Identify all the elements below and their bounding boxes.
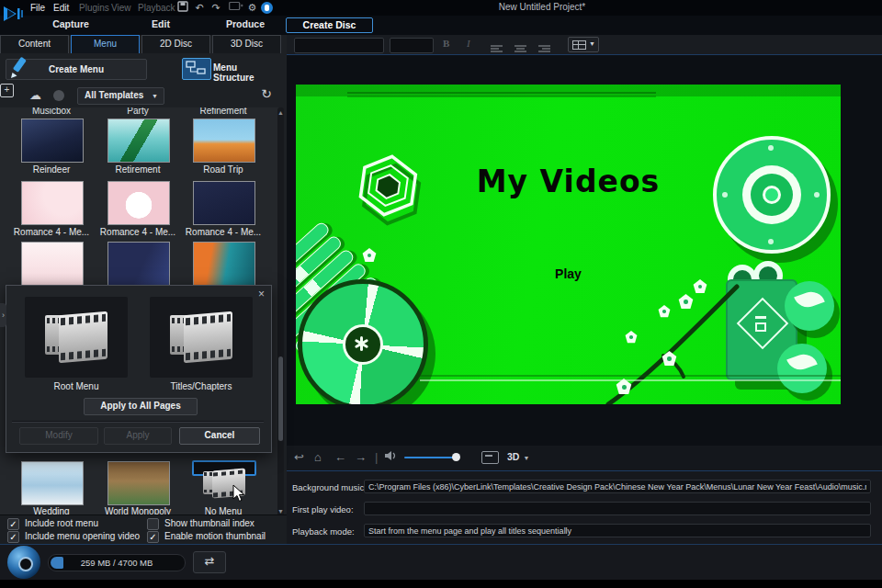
template-thumb-no-menu[interactable] <box>192 460 256 476</box>
scroll-down-icon[interactable]: ▼ <box>277 508 284 514</box>
menu-layout-button[interactable]: ▼ <box>568 37 599 52</box>
bold-button[interactable]: B <box>443 38 449 49</box>
redo-icon[interactable]: ↷ <box>209 1 222 15</box>
home-icon[interactable]: ⌂ <box>314 450 322 464</box>
close-icon[interactable]: × <box>258 288 265 300</box>
template-thumb-romance-b[interactable] <box>107 181 170 225</box>
filmstrip-icon <box>45 313 107 361</box>
refresh-icon[interactable]: ↻ <box>261 86 272 101</box>
template-thumb-romance-c[interactable] <box>193 181 255 225</box>
checkbox-checked[interactable]: ✓ <box>7 518 19 530</box>
menu-file[interactable]: File <box>30 0 45 16</box>
template-label: Musicbox <box>10 107 93 116</box>
filter-value: All Templates <box>85 90 143 100</box>
template-label: Road Trip <box>181 164 266 175</box>
template-thumb-romance-a[interactable] <box>21 181 84 225</box>
template-thumb-science-fiction[interactable] <box>107 242 170 286</box>
template-filter-dropdown[interactable]: All Templates ▼ <box>77 87 164 105</box>
statusbar: 259 MB / 4700 MB ⇄ <box>0 544 882 581</box>
decor-dot <box>768 145 774 151</box>
3d-mode-dropdown[interactable]: 3D▼ <box>507 451 529 462</box>
root-menu-label: Root Menu <box>17 381 136 391</box>
menu-plugins[interactable]: Plugins <box>79 0 109 16</box>
notification-icon[interactable] <box>261 2 273 14</box>
import-template-icon[interactable]: + <box>0 84 14 97</box>
apply-to-all-pages-button[interactable]: Apply to All Pages <box>84 398 198 415</box>
speaker-icon[interactable] <box>384 450 397 464</box>
settings-gear-icon[interactable]: ⚙ <box>246 1 258 15</box>
scroll-up-icon[interactable]: ▲ <box>277 109 284 116</box>
checkbox-checked[interactable]: ✓ <box>7 531 19 543</box>
menu-play-button-text[interactable]: Play <box>296 266 841 281</box>
template-thumb-reindeer[interactable] <box>21 119 84 163</box>
checkbox-checked[interactable]: ✓ <box>147 531 159 543</box>
playback-mode-input[interactable] <box>364 524 871 537</box>
disc-properties: Background music: First play video: Play… <box>287 471 882 544</box>
font-family-select[interactable] <box>294 38 384 53</box>
menu-title-text[interactable]: My Videos <box>296 164 841 199</box>
next-icon[interactable]: → <box>355 450 367 464</box>
template-label: Reindeer <box>9 164 94 175</box>
template-thumb-seahorse[interactable] <box>193 242 255 286</box>
italic-button[interactable]: I <box>467 38 470 49</box>
save-icon[interactable] <box>176 1 188 15</box>
titles-chapters-option[interactable] <box>150 297 253 378</box>
mode-produce[interactable]: Produce <box>213 18 277 29</box>
filmstrip-front <box>59 311 107 364</box>
mode-edit[interactable]: Edit <box>129 18 193 29</box>
disc-menu-panel: Content Menu Preferences 2D Disc 3D Disc… <box>0 35 287 544</box>
undo-icon[interactable]: ↶ <box>193 1 206 15</box>
app-logo-icon <box>2 1 26 32</box>
template-thumb-retirement[interactable] <box>107 119 170 163</box>
decor-line <box>347 96 656 97</box>
template-list-scrollbar[interactable] <box>277 107 284 519</box>
apply-button[interactable]: Apply <box>104 427 172 445</box>
template-thumb-wedding[interactable] <box>21 461 84 505</box>
volume-slider-knob[interactable] <box>452 453 460 461</box>
mode-create-disc[interactable]: Create Disc <box>286 17 373 33</box>
decor-line <box>420 375 841 377</box>
chevron-down-icon: ▼ <box>523 455 529 461</box>
align-right-icon[interactable] <box>538 40 550 49</box>
cancel-button[interactable]: Cancel <box>179 427 260 445</box>
checkbox-unchecked[interactable] <box>147 518 159 530</box>
previous-icon[interactable]: ← <box>334 450 346 464</box>
template-thumb-world-monopoly[interactable] <box>107 461 170 505</box>
text-format-toolbar: B I ▼ <box>287 35 882 55</box>
volume-slider[interactable] <box>404 457 459 458</box>
decor-line <box>420 379 841 381</box>
decor-flower-center <box>368 254 371 257</box>
display-quality-icon[interactable] <box>481 451 499 464</box>
first-play-video-input[interactable] <box>364 502 871 515</box>
disc-menu-preview[interactable]: My Videos Play <box>296 85 841 404</box>
template-thumb-school[interactable] <box>21 242 84 286</box>
return-icon[interactable]: ↩ <box>294 450 304 464</box>
root-menu-option[interactable] <box>25 297 128 378</box>
menu-structure-button[interactable]: Menu Structure <box>182 58 279 79</box>
template-thumb-road-trip[interactable] <box>193 119 255 163</box>
template-label: Romance 4 - Me... <box>96 227 180 237</box>
mode-capture[interactable]: Capture <box>39 18 103 29</box>
toggle-capacity-button[interactable]: ⇄ <box>193 551 226 573</box>
notification-glyph <box>265 5 269 11</box>
align-center-icon[interactable] <box>514 40 526 49</box>
font-size-select[interactable] <box>390 38 434 53</box>
panel-expander[interactable]: › <box>0 303 6 327</box>
menu-structure-label: Menu Structure <box>213 62 279 83</box>
menu-view[interactable]: View <box>111 0 131 16</box>
titles-chapters-label: Titles/Chapters <box>141 381 261 391</box>
cloud-icon[interactable]: ☁ <box>29 88 41 102</box>
menu-edit[interactable]: Edit <box>53 0 69 16</box>
layout-grid-icon <box>572 40 586 50</box>
disc-capacity-text: 259 MB / 4700 MB <box>49 558 185 568</box>
modify-button[interactable]: Modify <box>19 427 98 445</box>
decor-line <box>347 92 656 94</box>
directorzone-icon[interactable] <box>53 90 64 101</box>
menu-playback[interactable]: Playback <box>138 0 175 16</box>
align-left-icon[interactable] <box>491 40 503 49</box>
scrollbar-thumb[interactable] <box>278 356 283 441</box>
background-music-input[interactable] <box>364 480 871 493</box>
popup-divider <box>12 421 264 423</box>
chevron-down-icon: ▼ <box>152 88 158 104</box>
room-view-icon[interactable] <box>228 1 244 15</box>
